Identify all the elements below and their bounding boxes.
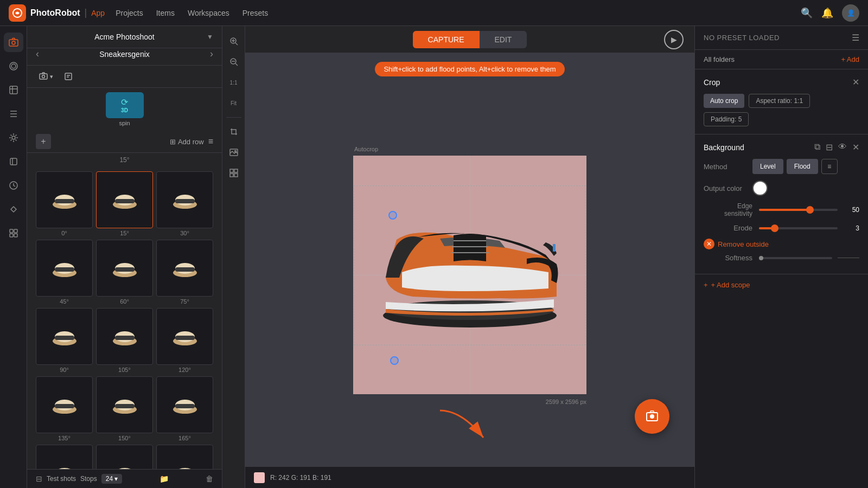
flood-btn[interactable]: Flood: [787, 159, 818, 174]
svg-rect-7: [10, 158, 17, 165]
list-item[interactable]: 120°: [156, 308, 213, 373]
crop-close-icon[interactable]: ✕: [852, 77, 859, 87]
thumb-45[interactable]: [36, 240, 93, 297]
sidebar-item-9[interactable]: [4, 223, 23, 243]
aspect-ratio-btn[interactable]: Aspect ratio: 1:1: [749, 94, 810, 108]
thumb-30[interactable]: [156, 171, 213, 228]
sidebar-item-4[interactable]: [4, 104, 23, 124]
list-item[interactable]: 90°: [36, 308, 93, 373]
zoom-out-tool[interactable]: [225, 53, 242, 70]
thumb-210[interactable]: [156, 445, 213, 469]
thumb-120[interactable]: [156, 308, 213, 365]
erode-slider[interactable]: [759, 227, 838, 229]
spin-3d-btn[interactable]: ⟳ 3D: [106, 92, 144, 118]
thumb-60[interactable]: [96, 240, 153, 297]
flood-point-1[interactable]: [388, 211, 397, 220]
sidebar-item-5[interactable]: [4, 128, 23, 147]
thumb-135[interactable]: [36, 376, 93, 433]
list-item[interactable]: 105°: [96, 308, 153, 373]
sidebar-item-3[interactable]: [4, 80, 23, 100]
list-item[interactable]: 0°: [36, 171, 93, 236]
softness-thumb[interactable]: [759, 256, 763, 260]
zoom-fit-tool[interactable]: Fit: [225, 94, 242, 112]
thumb-180[interactable]: [36, 445, 93, 469]
thumb-0[interactable]: [36, 171, 93, 228]
thumb-75[interactable]: [156, 240, 213, 297]
capture-fab-btn[interactable]: [635, 399, 669, 434]
zoom-1-1-tool[interactable]: 1:1: [225, 74, 242, 91]
list-item[interactable]: 150°: [96, 376, 153, 441]
list-item[interactable]: 60°: [96, 240, 153, 305]
nav-prev-arrow[interactable]: ‹: [36, 48, 39, 60]
grid-tool[interactable]: [225, 164, 242, 182]
row-menu-btn[interactable]: ≡: [208, 137, 213, 146]
level-btn[interactable]: Level: [752, 159, 783, 174]
camera-settings-btn[interactable]: ▾: [36, 70, 56, 83]
capture-btn[interactable]: CAPTURE: [413, 31, 480, 48]
method-extra-btn[interactable]: ≡: [821, 159, 838, 174]
bg-close-icon[interactable]: ✕: [852, 142, 859, 152]
nav-projects[interactable]: Projects: [116, 9, 143, 17]
nav-next-arrow[interactable]: ›: [210, 48, 213, 60]
svg-line-62: [235, 43, 238, 45]
thumb-105[interactable]: [96, 308, 153, 365]
thumb-150[interactable]: [96, 376, 153, 433]
trash-icon[interactable]: 🗑: [206, 474, 213, 483]
search-icon[interactable]: 🔍: [801, 7, 813, 19]
stops-value[interactable]: 24 ▾: [101, 474, 122, 484]
list-item[interactable]: 45°: [36, 240, 93, 305]
list-item[interactable]: 30°: [156, 171, 213, 236]
edge-sensitivity-slider[interactable]: [759, 209, 838, 211]
remove-outside-btn[interactable]: ✕ Remove outside: [704, 239, 859, 249]
sidebar-item-7[interactable]: [4, 176, 23, 195]
edit-btn[interactable]: EDIT: [480, 31, 527, 48]
nav-links: Projects Items Workspaces Presets: [116, 9, 268, 17]
panel-menu-icon[interactable]: ☰: [852, 33, 859, 43]
zoom-in-tool[interactable]: [225, 33, 242, 50]
nav-items[interactable]: Items: [156, 9, 175, 17]
list-item[interactable]: 210°: [156, 445, 213, 469]
color-values: R: 242 G: 191 B: 191: [270, 474, 331, 481]
thumb-165[interactable]: [156, 376, 213, 433]
sidebar-item-2[interactable]: [4, 56, 23, 76]
image-tool[interactable]: [225, 144, 242, 161]
method-btns: Level Flood ≡: [752, 159, 838, 174]
list-item[interactable]: 15°: [96, 171, 153, 236]
auto-crop-btn[interactable]: Auto crop: [704, 94, 744, 108]
crop-tool[interactable]: [225, 123, 242, 140]
flood-point-2[interactable]: [390, 356, 399, 365]
bg-copy-icon[interactable]: ⧉: [814, 142, 820, 152]
sidebar-item-8[interactable]: [4, 200, 23, 219]
canvas-viewport[interactable]: Autocrop: [245, 83, 694, 466]
sidebar-item-camera-active[interactable]: [4, 33, 23, 52]
spin-label: spin: [119, 120, 130, 126]
header-chevron-icon[interactable]: ▼: [207, 33, 213, 41]
list-item[interactable]: 165°: [156, 376, 213, 441]
softness-slider[interactable]: [759, 257, 832, 259]
user-avatar[interactable]: 👤: [842, 4, 859, 22]
thumb-15[interactable]: [96, 171, 153, 228]
output-color-picker[interactable]: [752, 181, 768, 196]
crop-line-right: [586, 156, 586, 394]
sidebar-item-6[interactable]: [4, 152, 23, 171]
thumb-195[interactable]: [96, 445, 153, 469]
nav-workspaces[interactable]: Workspaces: [188, 9, 229, 17]
nav-presets[interactable]: Presets: [242, 9, 268, 17]
add-shot-btn[interactable]: +: [36, 134, 51, 149]
add-row-btn[interactable]: ⊞ Add row: [170, 138, 204, 146]
bg-eye-icon[interactable]: 👁: [838, 142, 847, 152]
notes-btn[interactable]: [61, 70, 76, 83]
add-scope-btn[interactable]: + + Add scope: [695, 274, 868, 296]
list-item[interactable]: 195°: [96, 445, 153, 469]
add-folder-btn[interactable]: + Add: [841, 55, 859, 63]
list-item[interactable]: 135°: [36, 376, 93, 441]
bg-filter-icon[interactable]: ⊟: [826, 142, 833, 152]
list-item[interactable]: 180°: [36, 445, 93, 469]
list-item[interactable]: 75°: [156, 240, 213, 305]
padding-btn[interactable]: Padding: 5: [704, 112, 749, 126]
thumb-90[interactable]: [36, 308, 93, 365]
folder-icon[interactable]: 📁: [159, 474, 169, 483]
canvas-image[interactable]: [353, 156, 586, 394]
bell-icon[interactable]: 🔔: [821, 7, 833, 19]
play-btn[interactable]: ▶: [664, 30, 684, 49]
